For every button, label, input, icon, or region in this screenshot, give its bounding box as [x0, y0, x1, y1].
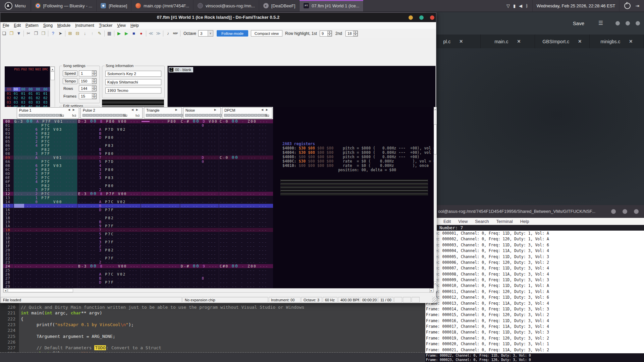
pattern-row[interactable]: 1F--- -- - --- --- ------ -- 2 --- --- -… — [3, 244, 273, 248]
pattern-cell-dpc[interactable]: --- -- - --- --- — [219, 180, 270, 184]
pattern-row[interactable]: 0E--- -- 2 P7C --- ------ -- 3 P83 --- -… — [3, 176, 273, 180]
frame-row[interactable]: 000000000000 — [5, 87, 50, 92]
pattern-cell-noi[interactable]: --- -- D --- — [180, 156, 219, 160]
pattern-cell-noi[interactable]: --- -- - --- — [180, 284, 219, 288]
code-editor-window[interactable]: 220221222223224225226227228 // Quick and… — [0, 303, 425, 362]
pattern-cell-tri[interactable]: --- -- - --- — [141, 143, 180, 147]
pattern-row[interactable]: 28--- -- - --- --- ------ -- D P7F --- -… — [3, 280, 273, 284]
pattern-cell-noi[interactable]: --- -- - --- — [180, 272, 219, 276]
pattern-cell-p1[interactable]: --- -- 2 P7C --- --- — [13, 139, 77, 143]
pattern-cell-p2[interactable]: --- -- - --- --- --- — [77, 180, 141, 184]
menu-burger-icon[interactable]: ☰ — [598, 20, 603, 26]
menu-pattern[interactable]: Pattern — [23, 23, 41, 28]
terminal-menu-help[interactable]: Help — [517, 219, 533, 224]
pattern-cell-p1[interactable]: --- -- 6 P7F V03 --- — [13, 127, 77, 131]
taskbar-window-button[interactable]: [Release] — [97, 0, 131, 11]
save-file-icon[interactable]: ▼ — [15, 31, 22, 36]
battery-icon[interactable]: ▮ — [513, 3, 516, 8]
frame-cell[interactable]: 02 — [20, 96, 28, 100]
pattern-cell-tri[interactable]: --- -- - --- — [141, 284, 180, 288]
frame-cell[interactable]: 00 — [20, 87, 28, 92]
pattern-cell-p1[interactable]: --- -- 1 P7F --- --- — [13, 196, 77, 200]
pattern-row[interactable]: 0A--- -- - P7C --- ------ -- 5 P7D --- -… — [3, 160, 273, 164]
pattern-cell-p2[interactable]: --- -- 7 --- --- --- — [77, 228, 141, 232]
pattern-row[interactable]: 26--- -- - --- --- ------ -- A P7C V02 -… — [3, 272, 273, 276]
taskbar-window-button[interactable]: [Following — Bluesky - ... — [31, 0, 97, 11]
pattern-cell-dpc[interactable]: --- -- - --- --- — [219, 276, 270, 280]
channel-header-noise[interactable]: Noise▶ — [183, 107, 221, 119]
open-file-icon[interactable]: ❐ — [8, 31, 15, 36]
pattern-cell-tri[interactable]: --- -- - --- — [141, 147, 180, 152]
pattern-cell-noi[interactable]: --- -- - --- — [180, 252, 219, 256]
tab-close-icon[interactable]: ✕ — [629, 39, 633, 44]
pattern-row[interactable]: 0D--- -- 3 P7F --- ------ -- 2 --- --- -… — [3, 172, 273, 176]
pattern-cell-noi[interactable]: --- -- - --- — [180, 240, 219, 244]
pattern-cell-p1[interactable]: --- -- - --- --- --- — [13, 236, 77, 240]
pattern-cell-p1[interactable]: --- -- 4 P82 --- --- — [13, 168, 77, 172]
kraid-icon[interactable]: ♪ — [164, 31, 172, 36]
pattern-cell-tri[interactable]: --- -- - --- — [141, 131, 180, 135]
pattern-cell-p2[interactable]: --- -- 9 P7F --- --- — [77, 224, 141, 228]
pattern-cell-p1[interactable]: --- -- 2 P7C --- --- — [13, 192, 77, 196]
pattern-row[interactable]: 1A--- -- - --- --- ------ -- 9 P7F --- -… — [3, 224, 273, 228]
pattern-cell-dpc[interactable]: --- -- - --- --- — [219, 244, 270, 248]
tab-close-icon[interactable]: ✕ — [578, 39, 582, 44]
pattern-cell-p2[interactable]: --- -- B --- --- --- — [77, 220, 141, 224]
terminal-titlebar[interactable]: ool@asus-rog:/mnt/7454F1D454F19956/Share… — [425, 205, 644, 218]
play-pattern-icon[interactable]: ▶ — [123, 31, 130, 36]
pattern-cell-dpc[interactable]: C-0 00 - Z00 --- — [219, 119, 270, 123]
pattern-cell-noi[interactable]: --- -- - --- — [180, 236, 219, 240]
save-button[interactable]: Save — [573, 20, 584, 26]
pattern-cell-tri[interactable]: --- -- - --- — [141, 192, 180, 196]
menu-tracker[interactable]: Tracker — [97, 23, 115, 28]
taskbar-window-button[interactable]: ▸[DeaDBeeF] — [259, 0, 300, 11]
pattern-cell-p2[interactable]: --- -- 2 --- --- --- — [77, 172, 141, 176]
pattern-cell-noi[interactable]: --- -- 0 --- — [180, 123, 219, 127]
frame-add-icon[interactable]: ⊞ — [66, 31, 74, 36]
terminal-menu-search[interactable]: Search — [471, 219, 492, 224]
pattern-vscrollbar[interactable]: ▲ ▼ — [434, 107, 437, 288]
channel-header-pulse-2[interactable]: Pulse 2◀▶fx3fx2 — [80, 107, 143, 119]
pattern-row[interactable]: 10--- -- - P82 --- ------ -- - P80 --- -… — [3, 184, 273, 188]
tab-close-icon[interactable]: ✕ — [517, 39, 521, 44]
pattern-cell-tri[interactable]: --- -- - --- — [141, 200, 180, 204]
pattern-cell-noi[interactable]: --- -- - --- — [180, 200, 219, 204]
pattern-cell-tri[interactable]: --- -- - --- — [141, 204, 180, 208]
pattern-cell-p1[interactable]: --- -- - --- --- --- — [13, 284, 77, 288]
pattern-cell-noi[interactable]: --- -- - --- — [180, 172, 219, 176]
pattern-cell-tri[interactable]: --- -- - --- — [141, 188, 180, 192]
song-artist-input[interactable]: Kajiya Shitamachi — [105, 79, 161, 85]
pattern-cell-p1[interactable]: G-3 00 A P7F V01 --- — [13, 119, 77, 123]
pattern-cell-tri[interactable]: --- -- - --- — [141, 224, 180, 228]
pattern-cell-noi[interactable]: --- -- - --- — [180, 244, 219, 248]
pattern-row[interactable]: 06--- -- 4 P7F --- ------ -- - P83 --- -… — [3, 143, 273, 147]
builder-editor-area[interactable] — [426, 48, 644, 207]
pattern-cell-p1[interactable]: --- -- 4 P7F --- --- — [13, 143, 77, 147]
move-down-icon[interactable]: ↓ — [81, 31, 89, 36]
pattern-cell-tri[interactable]: --- -- - --- — [141, 184, 180, 188]
famitracker-close-button[interactable] — [430, 15, 434, 20]
pattern-cell-dpc[interactable]: --- -- - --- --- — [219, 164, 270, 168]
prev-frame-icon[interactable]: ≪ — [147, 31, 155, 36]
pattern-cell-dpc[interactable]: --- -- - --- --- — [219, 252, 270, 256]
next-frame-icon[interactable]: ≫ — [155, 31, 162, 36]
pattern-cell-tri[interactable]: --- -- - --- — [141, 272, 180, 276]
frame-row[interactable]: 020202010202 — [5, 96, 50, 100]
pattern-cell-p1[interactable]: --- -- - --- --- --- — [13, 212, 77, 216]
pattern-cell-dpc[interactable]: --- -- - --- --- — [219, 232, 270, 236]
pattern-cell-dpc[interactable]: --- -- - --- --- — [219, 272, 270, 276]
pattern-cell-p2[interactable]: --- -- - --- --- --- — [77, 212, 141, 216]
pattern-cell-p1[interactable]: --- -- - --- --- --- — [13, 280, 77, 284]
channel-expand-icon[interactable]: ▶ — [266, 108, 268, 111]
frame-cell[interactable]: 01 — [43, 92, 50, 96]
frame-cell[interactable]: 02 — [13, 96, 20, 100]
power-icon[interactable] — [624, 3, 631, 9]
pattern-cell-p2[interactable]: --- -- D P80 --- --- — [77, 135, 141, 139]
pattern-cell-p1[interactable]: --- -- - --- --- --- — [13, 232, 77, 236]
pattern-cell-tri[interactable]: --- -- - --- — [141, 127, 180, 131]
pattern-cell-p2[interactable]: --- -- A P7D V02 --- — [77, 127, 141, 131]
frame-cell[interactable]: 03 — [20, 100, 28, 105]
frame-row[interactable]: 030303030303 — [5, 100, 50, 105]
pattern-cell-tri[interactable]: --- -- - --- — [141, 196, 180, 200]
pattern-cell-tri[interactable]: --- -- - --- — [141, 156, 180, 160]
